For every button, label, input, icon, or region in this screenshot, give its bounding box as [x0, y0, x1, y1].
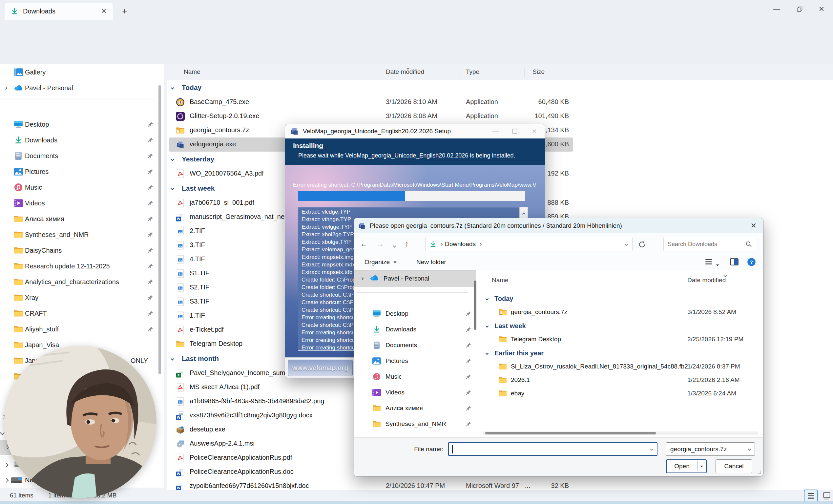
- dialog-file-row[interactable]: ebay1/3/2026 6:24 AM: [483, 387, 758, 400]
- dialog-sidebar-item[interactable]: Videos: [354, 385, 476, 400]
- sidebar-item[interactable]: Pictures: [0, 164, 164, 179]
- pin-icon[interactable]: [147, 279, 153, 285]
- close-button[interactable]: ✕: [810, 0, 833, 18]
- pin-icon[interactable]: [466, 405, 472, 411]
- installer-close-button[interactable]: ✕: [531, 127, 537, 135]
- minimize-button[interactable]: —: [765, 0, 788, 18]
- restore-button[interactable]: [788, 0, 811, 18]
- pin-icon[interactable]: [147, 137, 153, 143]
- dialog-sidebar-item-selected[interactable]: Pavel - Personal: [354, 270, 476, 287]
- dialog-file-row[interactable]: 2026.11/21/2026 2:16 AM: [483, 374, 758, 387]
- dialog-sidebar-item[interactable]: Алиса химия: [354, 400, 476, 416]
- sidebar-item[interactable]: Gallery: [0, 64, 164, 80]
- pin-icon[interactable]: [147, 310, 153, 317]
- pin-icon[interactable]: [147, 121, 153, 128]
- installer-maximize-button[interactable]: [512, 128, 518, 134]
- chevron-down-icon[interactable]: [650, 448, 653, 451]
- dialog-sidebar-item[interactable]: Music: [354, 369, 476, 385]
- sidebar-item[interactable]: Videos: [0, 195, 164, 211]
- details-view-toggle[interactable]: [804, 489, 817, 502]
- pin-icon[interactable]: [466, 327, 472, 332]
- dialog-sidebar-item[interactable]: Syntheses_and_NMR: [354, 416, 476, 431]
- column-type[interactable]: Type: [466, 68, 479, 75]
- pin-icon[interactable]: [147, 184, 153, 191]
- sidebar-item[interactable]: Music: [0, 179, 164, 195]
- pin-icon[interactable]: [147, 294, 153, 301]
- icons-view-toggle[interactable]: [820, 489, 833, 502]
- dialog-recent-chevron[interactable]: [394, 242, 396, 248]
- sidebar-item[interactable]: Documents: [0, 148, 164, 164]
- dialog-search-input[interactable]: Search Downloads: [663, 237, 756, 251]
- pin-icon[interactable]: [466, 389, 472, 395]
- help-button[interactable]: ?: [747, 258, 756, 266]
- chevron-right-icon[interactable]: [4, 86, 7, 90]
- dialog-scroll-thumb[interactable]: [485, 432, 656, 434]
- dialog-sidebar-item[interactable]: Desktop: [354, 306, 476, 321]
- tree-expand-chevron[interactable]: [5, 462, 8, 468]
- dialog-sidebar-item[interactable]: Downloads: [354, 321, 476, 337]
- table-row[interactable]: BaseCamp_475.exe3/1/2026 8:10 AMApplicat…: [167, 95, 833, 109]
- tree-collapse-chevron[interactable]: [1, 430, 4, 436]
- file-name-input[interactable]: [448, 442, 658, 456]
- resize-grip[interactable]: [757, 470, 761, 475]
- open-split-triangle-icon[interactable]: [697, 465, 706, 467]
- sidebar-item[interactable]: Syntheses_and_NMR: [0, 227, 164, 242]
- pin-icon[interactable]: [147, 231, 153, 238]
- tab-downloads[interactable]: Downloads ✕: [5, 3, 113, 20]
- column-size[interactable]: Size: [532, 68, 545, 75]
- dialog-file-row[interactable]: Si_Liza_Ostrov_rusalok_Readli.Net_817333…: [483, 360, 758, 374]
- dialog-address-crumb[interactable]: Downloads: [445, 241, 476, 248]
- organize-button[interactable]: Organize: [364, 259, 397, 266]
- pin-icon[interactable]: [466, 311, 472, 317]
- pin-icon[interactable]: [466, 421, 472, 427]
- sidebar-item[interactable]: Research update 12-11-2025: [0, 258, 164, 274]
- chevron-down-icon[interactable]: [625, 242, 628, 246]
- sidebar-item[interactable]: Downloads: [0, 132, 164, 148]
- sidebar-item[interactable]: Pavel - Personal: [0, 80, 164, 96]
- dialog-file-row[interactable]: Telegram Desktop2/25/2026 12:19 PM: [483, 333, 758, 346]
- preview-pane-button[interactable]: [730, 258, 739, 266]
- sidebar-item[interactable]: Aliyah_stuff: [0, 321, 164, 337]
- pin-icon[interactable]: [147, 152, 153, 159]
- dialog-close-button[interactable]: ✕: [751, 221, 757, 230]
- sidebar-item[interactable]: DaisyChains: [0, 242, 164, 258]
- dialog-file-row[interactable]: georgia_contours.7z3/1/2026 8:52 AM: [483, 306, 758, 319]
- sidebar-item[interactable]: CRAFT: [0, 306, 164, 321]
- pin-icon[interactable]: [147, 200, 153, 207]
- dialog-sidebar-item[interactable]: Pictures: [354, 353, 476, 369]
- dialog-column-name[interactable]: Name: [492, 277, 508, 284]
- sidebar-item[interactable]: Xray: [0, 290, 164, 306]
- group-header[interactable]: Today: [167, 80, 833, 95]
- dialog-refresh-button[interactable]: [638, 241, 646, 248]
- file-type-select[interactable]: georgia_contours.7z: [666, 442, 755, 456]
- column-date-modified[interactable]: Date modified: [386, 68, 424, 75]
- pin-icon[interactable]: [147, 263, 153, 269]
- installer-title-bar[interactable]: VeloMap_georgia_Unicode_English20.02.202…: [285, 124, 545, 139]
- dialog-sidebar-item[interactable]: Documents: [354, 337, 476, 353]
- sidebar-item[interactable]: Analytics_and_characterizations: [0, 274, 164, 290]
- dialog-group-header[interactable]: Last week: [483, 319, 758, 333]
- cancel-button[interactable]: Cancel: [716, 459, 752, 473]
- pin-icon[interactable]: [466, 374, 472, 380]
- dialog-up-button[interactable]: ↑: [405, 239, 409, 248]
- column-name[interactable]: Name: [184, 68, 200, 75]
- pin-icon[interactable]: [147, 326, 153, 332]
- sidebar-scrollbar[interactable]: [159, 85, 161, 374]
- table-row[interactable]: Glitter-Setup-2.0.19.exe3/1/2026 8:08 AM…: [167, 109, 833, 123]
- dialog-horizontal-scrollbar[interactable]: [483, 431, 758, 435]
- view-dropdown-triangle-icon[interactable]: [716, 261, 719, 268]
- sidebar-item[interactable]: Desktop: [0, 117, 164, 132]
- dialog-forward-button[interactable]: →: [376, 239, 384, 248]
- dialog-group-header[interactable]: Earlier this year: [483, 346, 758, 360]
- new-folder-button[interactable]: New folder: [416, 259, 446, 266]
- pin-icon[interactable]: [466, 358, 472, 364]
- chevron-right-icon[interactable]: [361, 277, 364, 280]
- dialog-group-header[interactable]: Today: [483, 292, 758, 306]
- dialog-sidebar-scrollbar[interactable]: [474, 281, 476, 330]
- dialog-back-button[interactable]: ←: [360, 239, 368, 248]
- dialog-address-bar[interactable]: Downloads: [425, 237, 633, 251]
- new-tab-button[interactable]: +: [119, 5, 130, 17]
- open-button[interactable]: Open: [666, 459, 707, 473]
- pin-icon[interactable]: [147, 216, 153, 222]
- pin-icon[interactable]: [466, 342, 472, 348]
